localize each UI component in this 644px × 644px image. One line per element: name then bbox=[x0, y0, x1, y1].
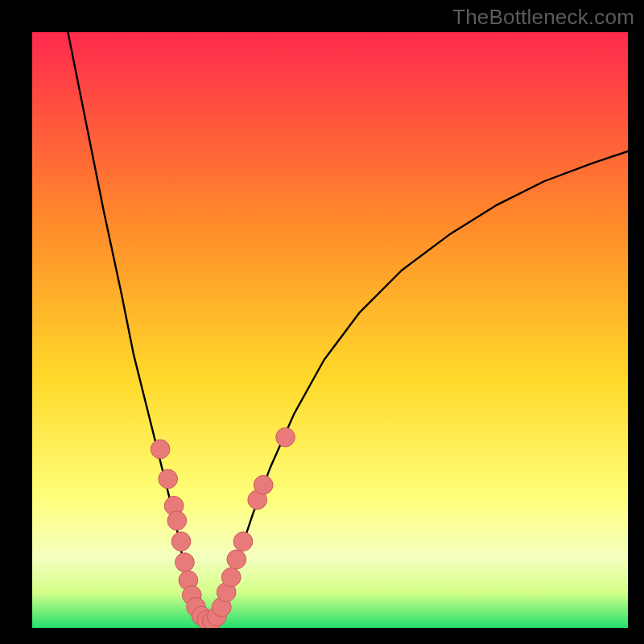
scatter-dot bbox=[233, 532, 253, 551]
scatter-dot bbox=[276, 427, 295, 447]
gradient-background bbox=[32, 32, 628, 628]
scatter-dot bbox=[175, 553, 195, 572]
plot-area bbox=[32, 32, 628, 628]
scatter-dot bbox=[254, 476, 273, 495]
plot-svg bbox=[32, 32, 628, 628]
scatter-dot bbox=[171, 532, 191, 551]
scatter-dot bbox=[221, 568, 241, 587]
scatter-dot bbox=[227, 550, 246, 569]
scatter-dot bbox=[159, 469, 178, 489]
chart-frame: TheBottleneck.com bbox=[0, 0, 644, 644]
watermark-text: TheBottleneck.com bbox=[452, 5, 634, 30]
scatter-dot bbox=[151, 440, 170, 459]
scatter-dot bbox=[167, 511, 187, 530]
